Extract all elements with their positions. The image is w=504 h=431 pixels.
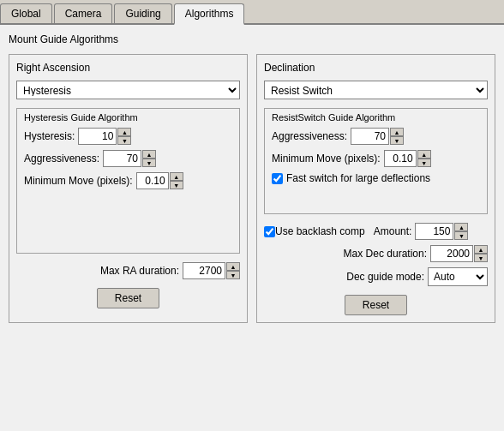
left-column: Right Ascension Hysteresis Resist Switch… (9, 54, 248, 323)
dec-group-box: ResistSwitch Guide Algorithm Aggressiven… (264, 108, 488, 214)
dec-max-duration-label: Max Dec duration: (344, 248, 427, 260)
ra-aggressiveness-down[interactable]: ▼ (142, 159, 156, 167)
dec-algorithm-select[interactable]: Hysteresis Resist Switch LowPass LowPass… (264, 81, 488, 99)
dec-max-duration-down[interactable]: ▼ (474, 254, 488, 262)
ra-hysteresis-row: Hysteresis: ▲ ▼ (24, 128, 232, 145)
page-title: Mount Guide Algorithms (9, 33, 495, 45)
dec-max-duration-up[interactable]: ▲ (474, 245, 488, 254)
ra-group-box: Hysteresis Guide Algorithm Hysteresis: ▲… (16, 108, 240, 254)
ra-aggressiveness-label: Aggressiveness: (24, 153, 99, 165)
ra-hysteresis-down[interactable]: ▼ (117, 136, 131, 145)
fast-switch-checkbox[interactable] (272, 173, 283, 184)
ra-max-duration-spinner-btns: ▲ ▼ (226, 262, 240, 279)
dec-mode-label: Dec guide mode: (346, 271, 424, 283)
dec-aggressiveness-up[interactable]: ▲ (390, 128, 404, 136)
ra-aggressiveness-spinner-btns: ▲ ▼ (142, 150, 156, 167)
dec-minmove-label: Minimum Move (pixels): (272, 153, 381, 165)
dec-reset-button[interactable]: Reset (345, 295, 407, 315)
ra-minmove-spinner: ▲ ▼ (136, 172, 183, 189)
right-column-title: Declination (264, 62, 488, 74)
ra-bottom-section: Max RA duration: ▲ ▼ Reset (16, 262, 240, 308)
ra-hysteresis-input[interactable] (78, 128, 117, 145)
dec-minmove-up[interactable]: ▲ (417, 150, 431, 159)
dec-mode-select[interactable]: Auto None North South (428, 267, 488, 286)
fast-switch-label: Fast switch for large deflections (286, 172, 430, 184)
amount-down[interactable]: ▼ (454, 231, 468, 240)
amount-spinner-btns: ▲ ▼ (454, 223, 468, 240)
dec-aggressiveness-spinner-btns: ▲ ▼ (390, 128, 404, 145)
ra-algorithm-select[interactable]: Hysteresis Resist Switch LowPass LowPass… (16, 81, 240, 99)
main-content: Mount Guide Algorithms Right Ascension H… (0, 25, 504, 332)
dec-bottom-section: Use backlash comp Amount: ▲ ▼ Max Dec du… (264, 223, 488, 315)
fast-switch-row: Fast switch for large deflections (272, 172, 480, 184)
left-column-title: Right Ascension (16, 62, 240, 74)
amount-input[interactable] (415, 223, 453, 240)
ra-minmove-label: Minimum Move (pixels): (24, 175, 133, 187)
backlash-label: Use backlash comp (275, 225, 365, 237)
ra-max-duration-up[interactable]: ▲ (226, 262, 240, 271)
dec-aggressiveness-label: Aggressiveness: (272, 130, 347, 142)
ra-hysteresis-label: Hysteresis: (24, 130, 75, 142)
dec-minmove-spinner-btns: ▲ ▼ (417, 150, 431, 167)
ra-group-title: Hysteresis Guide Algorithm (24, 112, 232, 123)
dec-minmove-input[interactable] (384, 150, 417, 167)
dec-aggressiveness-input[interactable] (351, 128, 389, 145)
dec-minmove-spinner: ▲ ▼ (384, 150, 431, 167)
dec-group-title: ResistSwitch Guide Algorithm (272, 112, 480, 123)
ra-spacer (24, 195, 232, 246)
ra-hysteresis-up[interactable]: ▲ (117, 128, 131, 136)
ra-aggressiveness-up[interactable]: ▲ (142, 150, 156, 159)
tab-camera[interactable]: Camera (54, 3, 113, 23)
ra-minmove-input[interactable] (136, 172, 169, 189)
dec-minmove-down[interactable]: ▼ (417, 159, 431, 167)
ra-minmove-row: Minimum Move (pixels): ▲ ▼ (24, 172, 232, 189)
ra-hysteresis-spinner: ▲ ▼ (78, 128, 131, 145)
ra-aggressiveness-input[interactable] (103, 150, 141, 167)
tab-global[interactable]: Global (0, 3, 52, 23)
amount-label: Amount: (374, 225, 412, 237)
backlash-row: Use backlash comp Amount: ▲ ▼ (264, 223, 488, 240)
ra-max-duration-row: Max RA duration: ▲ ▼ (16, 262, 240, 279)
ra-hysteresis-spinner-btns: ▲ ▼ (117, 128, 131, 145)
tab-bar: Global Camera Guiding Algorithms (0, 0, 504, 25)
ra-dropdown-container: Hysteresis Resist Switch LowPass LowPass… (16, 81, 240, 99)
ra-minmove-up[interactable]: ▲ (170, 172, 183, 181)
tab-algorithms[interactable]: Algorithms (174, 3, 245, 25)
ra-max-duration-label: Max RA duration: (100, 265, 179, 277)
amount-spinner: ▲ ▼ (415, 223, 468, 240)
dec-aggressiveness-down[interactable]: ▼ (390, 136, 404, 145)
ra-minmove-down[interactable]: ▼ (170, 181, 183, 189)
ra-aggressiveness-spinner: ▲ ▼ (103, 150, 156, 167)
dec-minmove-row: Minimum Move (pixels): ▲ ▼ (272, 150, 480, 167)
tab-guiding[interactable]: Guiding (114, 3, 171, 23)
ra-minmove-spinner-btns: ▲ ▼ (170, 172, 183, 189)
amount-up[interactable]: ▲ (454, 223, 468, 231)
dec-max-duration-row: Max Dec duration: ▲ ▼ (264, 245, 488, 262)
ra-reset-button[interactable]: Reset (97, 288, 159, 308)
dec-max-duration-spinner: ▲ ▼ (430, 245, 488, 262)
columns-container: Right Ascension Hysteresis Resist Switch… (9, 54, 495, 323)
right-column: Declination Hysteresis Resist Switch Low… (256, 54, 495, 323)
backlash-checkbox[interactable] (264, 226, 275, 237)
dec-mode-row: Dec guide mode: Auto None North South (264, 267, 488, 286)
ra-max-duration-spinner: ▲ ▼ (183, 262, 240, 279)
ra-max-duration-down[interactable]: ▼ (226, 271, 240, 279)
dec-group-spacer (272, 189, 480, 207)
dec-dropdown-container: Hysteresis Resist Switch LowPass LowPass… (264, 81, 488, 99)
dec-aggressiveness-spinner: ▲ ▼ (351, 128, 404, 145)
ra-max-duration-input[interactable] (183, 262, 225, 279)
ra-aggressiveness-row: Aggressiveness: ▲ ▼ (24, 150, 232, 167)
dec-max-duration-input[interactable] (430, 245, 473, 262)
dec-max-duration-spinner-btns: ▲ ▼ (474, 245, 488, 262)
dec-aggressiveness-row: Aggressiveness: ▲ ▼ (272, 128, 480, 145)
